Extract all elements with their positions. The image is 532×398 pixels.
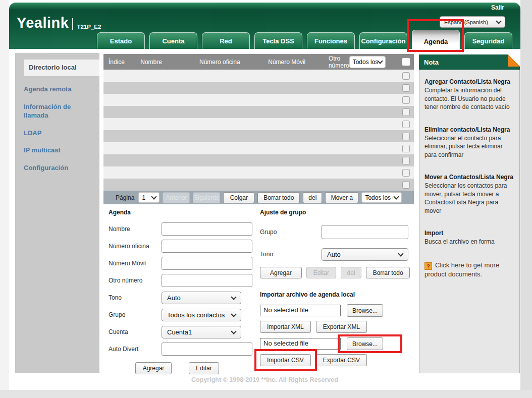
column-indice: Índice [103,59,140,66]
group-filter-select[interactable]: Todos los contactos [349,56,386,68]
page-select[interactable]: 1 [138,192,159,203]
xml-browse-button[interactable]: Browse... [347,304,383,317]
del-button[interactable]: del [303,192,322,203]
sidebar-item-ldap[interactable]: LDAP [24,129,92,138]
chevron-down-icon [398,251,403,256]
move-target-select[interactable]: Todos los contactos [361,192,402,203]
note-section: Import Busca el archivo en forma [424,230,514,246]
import-section-title: Importar archivo de agenda local [260,291,411,298]
tab-cuenta[interactable]: Cuenta [149,32,197,49]
next-page-button[interactable]: Siguiente [193,192,220,203]
row-checkbox[interactable] [402,84,410,92]
sidebar-item-ip-multicast[interactable]: IP multicast [24,146,92,155]
row-checkbox[interactable] [402,72,410,80]
otro-numero-field[interactable] [162,274,252,287]
group-tono-select[interactable]: Auto [322,248,408,261]
group-tono-label: Tono [260,251,322,258]
product-documents-link-text: Click here to get more product documents… [424,261,499,278]
tono-select-value: Auto [167,294,181,302]
csv-browse-button[interactable]: Browse... [347,337,383,350]
page-left-margin [0,0,9,390]
group-del-button[interactable]: del [341,267,361,278]
column-otro-numero: Otro número [329,55,349,69]
note-section: Mover a Contactos/Lista Negra Selecciona… [424,174,514,215]
row-checkbox[interactable] [402,145,410,152]
language-select[interactable]: Español(Spanish) [440,16,505,28]
row-checkbox[interactable] [402,133,410,140]
tab-seguridad[interactable]: Seguridad [464,32,512,49]
colgar-button[interactable]: Colgar [223,192,254,203]
row-checkbox[interactable] [402,121,410,128]
tab-agenda[interactable]: Agenda [412,30,460,53]
product-documents-link[interactable]: ?Click here to get more product document… [424,261,514,279]
numero-movil-field[interactable] [162,257,252,270]
exportar-xml-button[interactable]: Exportar XML [316,321,367,333]
borrar-todo-button[interactable]: Borrar todo [257,192,300,203]
page-select-value: 1 [142,194,145,201]
group-borrar-todo-button[interactable]: Borrar todo [366,267,410,278]
note-panel-header: Nota [419,54,520,70]
prev-page-button[interactable]: Anterior [163,192,190,203]
auto-divert-label: Auto Divert [109,346,162,353]
row-checkbox[interactable] [402,157,410,164]
table-row [103,106,414,118]
group-agregar-button[interactable]: Agregar [260,267,302,278]
logout-link[interactable]: Salir [491,4,504,11]
cuenta-select[interactable]: Cuenta1 [162,326,241,338]
copyright-text: Copyright © 1998-2019 **Inc. All Rights … [9,376,520,383]
chevron-down-icon [377,58,383,64]
note-section-body: Completar la información del contacto. E… [424,86,514,111]
sidebar-item-agenda-remota[interactable]: Agenda remota [24,85,92,94]
group-grupo-label: Grupo [260,229,322,236]
note-panel-body: Agregar Contacto/Lista Negra Completar l… [419,70,520,373]
tab-tecla-dss[interactable]: Tecla DSS [254,32,302,49]
sidebar-item-directorio-local[interactable]: Directorio local [24,60,99,76]
select-all-checkbox[interactable] [402,58,410,66]
table-row [103,130,414,142]
grupo-select-value: Todos los contactos [167,311,225,319]
contact-agregar-button[interactable]: Agregar [135,362,172,374]
numero-oficina-field[interactable] [162,240,252,253]
cuenta-label: Cuenta [109,328,162,335]
group-grupo-field[interactable] [322,225,408,239]
row-checkbox[interactable] [402,108,410,116]
chevron-down-icon [231,311,236,317]
table-row [103,82,414,94]
nombre-field[interactable] [162,222,252,236]
xml-file-input[interactable]: No selected file [260,305,341,316]
grupo-select[interactable]: Todos los contactos [162,309,241,321]
tab-configuracion[interactable]: Configuración [359,32,407,49]
exportar-csv-button[interactable]: Exportar CSV [316,354,367,366]
row-checkbox[interactable] [402,169,410,177]
csv-file-input[interactable]: No selected file [260,338,341,350]
mover-a-button[interactable]: Mover a [325,192,358,203]
tab-red[interactable]: Red [202,32,250,49]
auto-divert-field[interactable] [162,343,252,356]
contacts-table: Índice Nombre Número oficina Número Móvi… [103,54,414,191]
tab-funciones[interactable]: Funciones [307,32,355,49]
note-section-body: Busca el archivo en forma [424,238,514,246]
contact-form-title: Agenda [109,209,256,216]
note-section-heading: Eliminar contacto/Lista Negra [424,126,514,133]
table-row [103,94,414,106]
importar-csv-button[interactable]: Importar CSV [260,354,311,366]
table-row [103,142,414,154]
tab-estado[interactable]: Estado [97,32,145,49]
app-header: Salir Yealink T21P_E2 Español(Spanish) E… [9,3,520,49]
sidebar-item-configuracion[interactable]: Configuración [24,164,92,173]
table-row [103,118,414,130]
importar-xml-button[interactable]: Importar XML [260,321,311,333]
contact-form: Agenda Nombre Número oficina Número Móvi… [109,209,256,374]
note-section: Eliminar contacto/Lista Negra Selecicona… [424,126,514,159]
sidebar-item-informacion-de-llamada[interactable]: Información de llamada [24,103,92,120]
move-target-value: Todos los contactos [365,194,393,201]
table-row [103,154,414,166]
row-checkbox[interactable] [402,96,410,104]
row-checkbox[interactable] [402,181,410,189]
group-editar-button[interactable]: Editar [306,267,336,278]
note-panel-title: Nota [424,59,439,66]
column-numero-movil: Número Móvil [268,59,329,66]
tono-select[interactable]: Auto [162,292,241,304]
contact-editar-button[interactable]: Editar [189,362,219,374]
table-row [103,166,414,179]
